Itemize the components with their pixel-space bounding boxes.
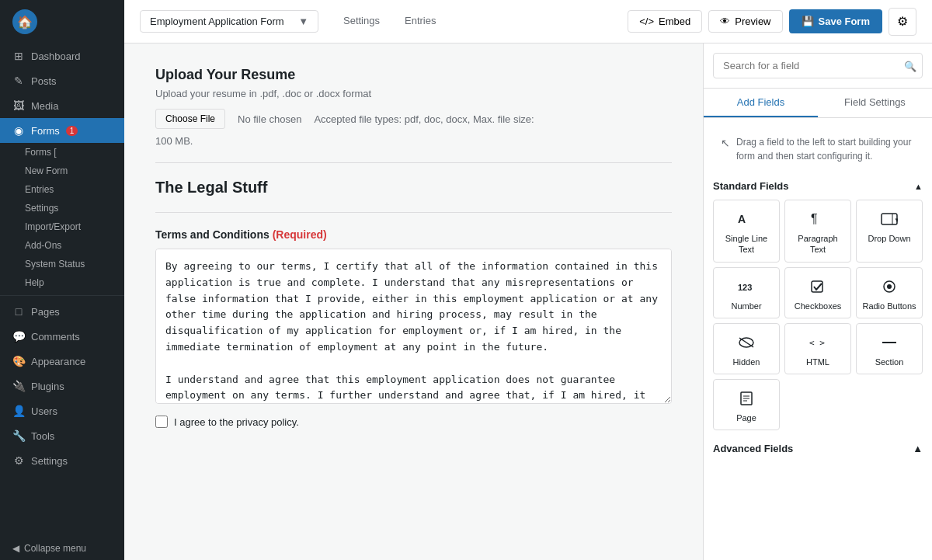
section-divider	[155, 162, 672, 163]
choose-file-button[interactable]: Choose File	[155, 109, 225, 129]
preview-button[interactable]: 👁 Preview	[708, 10, 782, 33]
forms-badge: 1	[66, 126, 78, 136]
wp-logo-icon: 🏠	[12, 9, 37, 34]
field-radio-buttons-label: Radio Buttons	[861, 301, 917, 311]
appearance-icon: 🎨	[12, 355, 25, 367]
field-section-label: Section	[861, 357, 917, 367]
submenu-import-export[interactable]: Import/Export	[0, 217, 124, 236]
media-icon: 🖼	[12, 99, 25, 112]
submenu-help[interactable]: Help	[0, 273, 124, 292]
standard-fields-chevron-icon[interactable]: ▲	[914, 182, 923, 191]
radio-buttons-icon	[861, 277, 917, 296]
embed-code-icon: </>	[639, 16, 654, 27]
sidebar-item-label: Appearance	[31, 356, 85, 367]
sidebar-item-dashboard[interactable]: ⊞ Dashboard	[0, 43, 124, 68]
sidebar-item-label: Pages	[31, 306, 60, 318]
search-input-wrap: 🔍	[713, 53, 923, 78]
sidebar-item-settings[interactable]: ⚙ Settings	[0, 448, 124, 473]
field-section[interactable]: Section	[856, 323, 923, 374]
content-area: Upload Your Resume Upload your resume in…	[124, 43, 932, 560]
advanced-fields-section: Advanced Fields ▲	[713, 443, 923, 454]
submenu-new-form[interactable]: New Form	[0, 162, 124, 180]
standard-fields-title: Standard Fields ▲	[713, 180, 923, 192]
sidebar-item-label: Posts	[31, 75, 57, 87]
sidebar-item-tools[interactable]: 🔧 Tools	[0, 423, 124, 448]
advanced-fields-title: Advanced Fields ▲	[713, 443, 923, 454]
svg-text:123: 123	[738, 283, 752, 292]
accepted-size-text: 100 MB.	[155, 135, 672, 147]
field-html[interactable]: < > HTML	[784, 323, 851, 374]
search-input[interactable]	[713, 53, 923, 78]
field-checkboxes[interactable]: Checkboxes	[784, 267, 851, 318]
form-selector-dropdown[interactable]: Employment Application Form ▼	[140, 10, 318, 33]
drag-hint-icon: ↖	[721, 137, 730, 149]
tab-field-settings[interactable]: Field Settings	[818, 89, 932, 117]
drop-down-icon: ▼	[861, 210, 917, 228]
terms-label: Terms and Conditions (Required)	[155, 228, 672, 241]
submenu-entries[interactable]: Entries	[0, 180, 124, 199]
required-badge: (Required)	[273, 228, 327, 241]
sidebar-item-label: Settings	[31, 455, 68, 467]
drag-hint-text: Drag a field to the left to start buildi…	[736, 135, 915, 163]
tab-entries[interactable]: Entries	[392, 1, 448, 42]
field-page[interactable]: Page	[713, 379, 780, 430]
save-form-button[interactable]: 💾 Save Form	[789, 9, 882, 33]
submenu-add-ons[interactable]: Add-Ons	[0, 236, 124, 255]
settings-gear-button[interactable]: ⚙	[889, 8, 916, 36]
sidebar-item-media[interactable]: 🖼 Media	[0, 93, 124, 118]
tab-add-fields[interactable]: Add Fields	[704, 89, 818, 117]
sidebar-item-label: Forms	[31, 125, 60, 137]
field-html-label: HTML	[790, 357, 846, 367]
settings-icon: ⚙	[12, 454, 25, 467]
legal-heading: The Legal Stuff	[155, 179, 672, 197]
sidebar-item-forms[interactable]: ◉ Forms 1	[0, 118, 124, 143]
embed-button[interactable]: </> Embed	[628, 10, 702, 33]
form-editor: Upload Your Resume Upload your resume in…	[124, 43, 703, 560]
checkboxes-icon	[790, 277, 846, 296]
section-icon	[861, 333, 917, 352]
submenu-system-status[interactable]: System Status	[0, 255, 124, 273]
form-selector-arrow-icon: ▼	[298, 16, 308, 27]
sidebar-item-label: Media	[31, 100, 58, 112]
svg-point-8	[887, 284, 892, 289]
single-line-text-icon: A	[718, 210, 774, 228]
field-drop-down[interactable]: ▼ Drop Down	[856, 200, 923, 263]
field-paragraph-text-label: Paragraph Text	[790, 233, 846, 256]
sidebar-item-posts[interactable]: ✎ Posts	[0, 68, 124, 93]
dashboard-icon: ⊞	[12, 50, 25, 62]
topbar-right: </> Embed 👁 Preview 💾 Save Form ⚙	[628, 8, 916, 36]
svg-text:< >: < >	[809, 338, 825, 348]
field-single-line-text[interactable]: A Single Line Text	[713, 200, 780, 263]
panel-body: ↖ Drag a field to the left to start buil…	[704, 118, 932, 560]
page-icon	[718, 389, 774, 408]
search-icon: 🔍	[904, 60, 916, 71]
upload-resume-heading: Upload Your Resume	[155, 67, 672, 83]
privacy-checkbox[interactable]	[155, 416, 168, 428]
pages-icon: □	[12, 305, 25, 318]
terms-textarea[interactable]	[155, 249, 672, 404]
field-radio-buttons[interactable]: Radio Buttons	[856, 267, 923, 318]
plugins-icon: 🔌	[12, 380, 25, 392]
topbar: Employment Application Form ▼ Settings E…	[124, 0, 932, 43]
tab-settings[interactable]: Settings	[331, 1, 392, 42]
field-checkboxes-label: Checkboxes	[790, 301, 846, 311]
svg-text:▼: ▼	[894, 217, 898, 224]
field-hidden[interactable]: Hidden	[713, 323, 780, 374]
advanced-fields-chevron-icon[interactable]: ▲	[913, 443, 923, 454]
submenu-settings[interactable]: Settings	[0, 199, 124, 217]
collapse-menu-button[interactable]: ◀ Collapse menu	[0, 537, 124, 560]
sidebar-item-plugins[interactable]: 🔌 Plugins	[0, 374, 124, 398]
field-number[interactable]: 123 Number	[713, 267, 780, 318]
submenu-forms-list[interactable]: Forms [	[0, 143, 124, 162]
tools-icon: 🔧	[12, 430, 25, 442]
gear-icon: ⚙	[897, 14, 908, 29]
sidebar-item-appearance[interactable]: 🎨 Appearance	[0, 349, 124, 374]
terms-section: Terms and Conditions (Required) I agree …	[155, 228, 672, 428]
sidebar-item-users[interactable]: 👤 Users	[0, 398, 124, 423]
field-paragraph-text[interactable]: ¶ Paragraph Text	[784, 200, 851, 263]
collapse-icon: ◀	[12, 543, 19, 554]
sidebar-item-comments[interactable]: 💬 Comments	[0, 324, 124, 349]
html-icon: < >	[790, 333, 846, 352]
field-page-label: Page	[718, 412, 774, 423]
sidebar-item-pages[interactable]: □ Pages	[0, 299, 124, 324]
